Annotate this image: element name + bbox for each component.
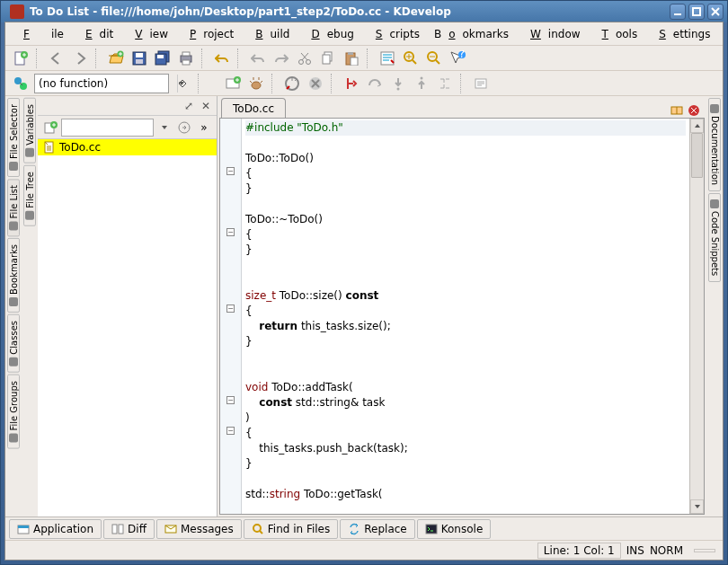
status-bar: Line: 1 Col: 1 INS NORM [5,540,723,560]
redo-button[interactable] [271,49,291,68]
tab-diff[interactable]: Diff [103,519,155,539]
tab-replace[interactable]: Replace [340,519,414,539]
filter-dropdown-icon[interactable] [155,119,173,137]
svg-rect-44 [119,525,123,534]
back-button[interactable] [47,49,67,68]
goto-line-button[interactable] [377,49,397,68]
status-mode: NORM [650,544,683,557]
tab-file-selector[interactable]: File Selector [7,98,20,177]
svg-rect-5 [136,53,143,57]
file-item[interactable]: ToDo.cc [38,139,217,155]
menu-bookmarks[interactable]: Bookmarks [427,24,516,44]
tab-code-snippets[interactable]: Code Snippets [708,193,721,282]
tab-file-tree[interactable]: File Tree [23,165,36,226]
svg-point-14 [306,59,311,64]
tab-split-icon[interactable] [670,103,684,118]
toolbar-main: ? [5,46,723,71]
close-button[interactable] [707,4,724,20]
scroll-up-icon[interactable] [690,119,704,133]
filter-input[interactable] [61,119,154,137]
tab-messages[interactable]: Messages [156,519,242,539]
tab-file-list[interactable]: File List [7,179,20,236]
zoom-in-button[interactable] [401,49,421,68]
debug-start-button[interactable] [223,74,243,93]
tab-find-in-files[interactable]: Find in Files [244,519,339,539]
menu-view[interactable]: View [120,24,175,44]
code-text[interactable]: #include "ToDo.h" ToDo::ToDo(){} ToDo::~… [242,119,689,514]
svg-rect-19 [351,57,358,66]
tab-konsole[interactable]: Konsole [417,519,492,539]
tab-documentation[interactable]: Documentation [708,98,721,191]
menu-file[interactable]: File [9,24,71,44]
step-button[interactable] [342,74,361,93]
menu-settings[interactable]: Settings [644,24,717,44]
zoom-out-button[interactable] [424,49,444,68]
svg-rect-43 [112,525,117,534]
function-input[interactable] [35,77,177,90]
scroll-down-icon[interactable] [690,499,704,514]
whats-this-button[interactable]: ? [448,49,467,68]
menu-tools[interactable]: Tools [588,24,645,44]
class-browser-button[interactable] [11,74,31,93]
build-button[interactable] [282,74,302,93]
fold-gutter[interactable]: − − − − − [220,119,242,514]
filter-more-icon[interactable]: » [195,119,213,137]
paste-button[interactable] [342,49,361,68]
svg-rect-6 [136,59,143,64]
menu-scripts[interactable]: Scripts [361,24,427,44]
undo-alt-button[interactable] [248,49,268,68]
scroll-thumb[interactable] [691,133,703,178]
svg-rect-12 [182,60,190,65]
editor-tab[interactable]: ToDo.cc [221,98,286,118]
menu-build[interactable]: Build [241,24,297,44]
tab-application[interactable]: Application [9,519,102,539]
file-list[interactable]: ToDo.cc [38,139,217,516]
step-over-button[interactable] [365,74,385,93]
print-button[interactable] [176,49,196,68]
cut-button[interactable] [295,49,315,68]
main-area: File Selector File List Bookmarks Classe… [5,96,723,516]
function-selector[interactable] [34,74,169,93]
tab-variables[interactable]: Variables [23,98,36,163]
svg-rect-42 [18,525,29,528]
right-side-tabs: Documentation Code Snippets [706,96,723,516]
filter-go-icon[interactable] [175,119,193,137]
svg-point-46 [253,525,261,532]
app-icon [10,4,24,19]
code-editor[interactable]: − − − − − #include "ToDo.h" ToDo::ToDo()… [219,118,705,515]
menu-window[interactable]: Window [516,24,588,44]
undo-button[interactable] [212,49,232,68]
panel-restore-icon[interactable]: ⤢ [182,99,196,113]
tab-bookmarks[interactable]: Bookmarks [7,238,20,313]
menu-debug[interactable]: Debug [297,24,360,44]
svg-rect-47 [426,525,437,534]
menu-help[interactable]: Help [717,24,728,44]
vertical-scrollbar[interactable] [689,119,704,514]
stop-button[interactable] [306,74,325,93]
step-into-button[interactable] [388,74,408,93]
debug-attach-button[interactable] [246,74,266,93]
tab-classes[interactable]: Classes [7,314,20,373]
panel-close-icon[interactable]: ✕ [199,99,213,113]
tab-file-groups[interactable]: File Groups [7,375,20,449]
save-all-button[interactable] [153,49,173,68]
output-button[interactable] [471,74,491,93]
new-file-button[interactable] [11,49,31,68]
copy-button[interactable] [318,49,338,68]
tab-close-icon[interactable] [687,103,701,118]
forward-button[interactable] [70,49,90,68]
titlebar: To Do List - file:///home/john/Desktop/p… [1,1,727,22]
menu-project[interactable]: Project [175,24,241,44]
save-button[interactable] [129,49,149,68]
editor-tabbar: ToDo.cc [218,96,706,118]
run-to-cursor-button[interactable] [435,74,455,93]
filter-add-icon[interactable] [41,119,59,137]
maximize-button[interactable] [688,4,705,20]
sync-button[interactable] [173,74,192,93]
menu-edit[interactable]: Edit [71,24,120,44]
step-out-button[interactable] [412,74,431,93]
open-button[interactable] [106,49,126,68]
minimize-button[interactable] [670,4,686,20]
menubar: File Edit View Project Build Debug Scrip… [5,22,723,46]
svg-point-33 [421,76,423,79]
